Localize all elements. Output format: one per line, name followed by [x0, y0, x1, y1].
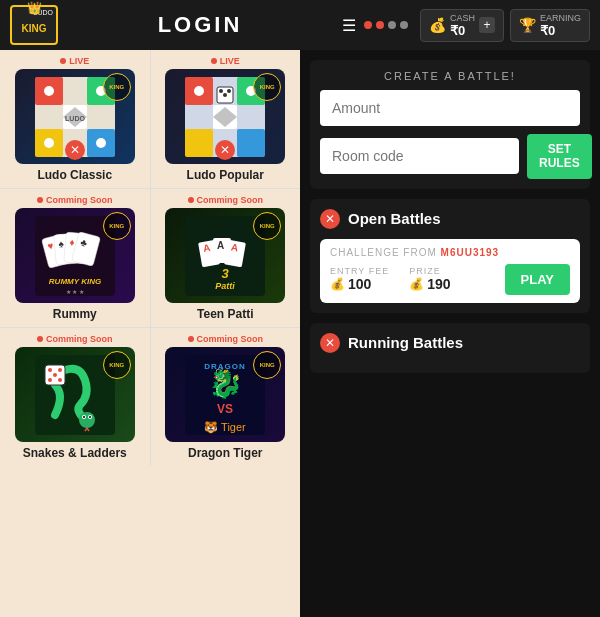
- svg-text:RUMMY KING: RUMMY KING: [49, 277, 101, 286]
- dot1: [364, 21, 372, 29]
- coming-dot-tp: [188, 197, 194, 203]
- game-card-teen-patti[interactable]: Comming Soon KING A A A: [151, 189, 301, 327]
- svg-rect-15: [185, 129, 213, 157]
- live-dot-2: [211, 58, 217, 64]
- svg-point-55: [48, 378, 52, 382]
- svg-point-54: [53, 373, 57, 377]
- svg-text:A: A: [217, 240, 224, 251]
- wallet-icon: 💰: [429, 17, 446, 33]
- game-card-ludo-classic[interactable]: LIVE KING: [0, 50, 150, 188]
- king-logo-snakes: KING: [103, 351, 131, 379]
- svg-text:3: 3: [222, 266, 230, 281]
- header-right: ☰ 💰 CASH ₹0 + 🏆 EARNING ₹0: [342, 9, 590, 42]
- game-card-rummy[interactable]: Comming Soon KING ♥ ♠: [0, 189, 150, 327]
- room-code-input[interactable]: [320, 138, 519, 174]
- game-card-ludo-popular[interactable]: LIVE KING: [151, 50, 301, 188]
- svg-point-7: [43, 85, 55, 97]
- earning-info: EARNING ₹0: [540, 13, 581, 38]
- dot2: [376, 21, 384, 29]
- svg-text:♦: ♦: [69, 236, 75, 247]
- open-battles-title: Open Battles: [348, 210, 441, 227]
- earning-label: EARNING: [540, 13, 581, 23]
- teen-patti-image: KING A A A 3 Patti: [165, 208, 285, 303]
- battle-from: CHALLENGE FROM M6UU3193: [330, 247, 570, 258]
- money-icon-2: 💰: [409, 277, 424, 291]
- rummy-status: Comming Soon: [37, 195, 113, 205]
- svg-text:🐯 Tiger: 🐯 Tiger: [204, 420, 246, 434]
- crown-icon: 👑: [27, 1, 42, 15]
- entry-fee-item: ENTRY FEE 💰 100: [330, 266, 389, 292]
- prize-value: 💰 190: [409, 276, 450, 292]
- teen-patti-status: Comming Soon: [188, 195, 264, 205]
- entry-fee-value: 💰 100: [330, 276, 389, 292]
- svg-point-9: [43, 137, 55, 149]
- battle-card: CHALLENGE FROM M6UU3193 ENTRY FEE 💰 100: [320, 239, 580, 303]
- game-row-2: Comming Soon KING ♥ ♠: [0, 189, 300, 327]
- running-battles-section: ✕ Running Battles: [310, 323, 590, 373]
- logo-area: LUDO KING 👑: [10, 5, 58, 45]
- live-dot: [60, 58, 66, 64]
- coming-dot-snakes: [37, 336, 43, 342]
- menu-icon[interactable]: ☰: [342, 16, 356, 35]
- play-button[interactable]: PLAY: [505, 264, 570, 295]
- running-battles-icon: ✕: [320, 333, 340, 353]
- cash-wallet: 💰 CASH ₹0 +: [420, 9, 504, 42]
- svg-text:🐉: 🐉: [208, 367, 243, 400]
- svg-text:LUDO: LUDO: [65, 115, 85, 122]
- svg-point-10: [95, 137, 107, 149]
- right-panel: CREATE A BATTLE! SETRULES i ✕ Open Battl…: [300, 50, 600, 617]
- game-row-3: Comming Soon KING: [0, 328, 300, 466]
- snakes-title: Snakes & Ladders: [23, 446, 127, 460]
- game-row-1: LIVE KING: [0, 50, 300, 188]
- amount-input[interactable]: [320, 90, 580, 126]
- entry-fee-label: ENTRY FEE: [330, 266, 389, 276]
- svg-point-56: [58, 378, 62, 382]
- ludo-classic-close[interactable]: ✕: [65, 140, 85, 160]
- dot4: [400, 21, 408, 29]
- svg-point-50: [89, 416, 91, 418]
- svg-point-49: [83, 416, 85, 418]
- ludo-popular-close[interactable]: ✕: [215, 140, 235, 160]
- cash-label: CASH: [450, 13, 475, 23]
- left-panel: LIVE KING: [0, 50, 300, 617]
- create-battle-title: CREATE A BATTLE!: [320, 70, 580, 82]
- svg-rect-16: [237, 129, 265, 157]
- teen-patti-title: Teen Patti: [197, 307, 253, 321]
- set-rules-button[interactable]: SETRULES: [527, 134, 592, 179]
- king-logo-tp: KING: [253, 212, 281, 240]
- battle-fees: ENTRY FEE 💰 100 PRIZE 💰 190: [330, 266, 451, 292]
- header-title: LOGIN: [58, 12, 342, 38]
- svg-point-46: [79, 412, 95, 428]
- king-logo-popular: KING: [253, 73, 281, 101]
- prize-label: PRIZE: [409, 266, 450, 276]
- ludo-popular-status: LIVE: [211, 56, 240, 66]
- svg-point-19: [193, 85, 205, 97]
- room-code-row: SETRULES i: [320, 134, 580, 179]
- game-card-dragon-tiger[interactable]: Comming Soon KING 🐉 VS 🐯 Tiger: [151, 328, 301, 466]
- king-logo-rummy: KING: [103, 212, 131, 240]
- dot3: [388, 21, 396, 29]
- open-battles-section: ✕ Open Battles CHALLENGE FROM M6UU3193 E…: [310, 199, 590, 313]
- money-icon-1: 💰: [330, 277, 345, 291]
- svg-point-22: [219, 89, 223, 93]
- dragon-status: Comming Soon: [188, 334, 264, 344]
- cash-amount: ₹0: [450, 23, 475, 38]
- svg-point-23: [227, 89, 231, 93]
- main-content: LIVE KING: [0, 50, 600, 617]
- coming-dot-rummy: [37, 197, 43, 203]
- coming-dot-dragon: [188, 336, 194, 342]
- logo-king-text: KING: [22, 23, 47, 34]
- svg-point-24: [223, 93, 227, 97]
- ludo-classic-title: Ludo Classic: [37, 168, 112, 182]
- game-card-snakes[interactable]: Comming Soon KING: [0, 328, 150, 466]
- add-cash-button[interactable]: +: [479, 17, 495, 33]
- svg-point-52: [48, 368, 52, 372]
- svg-text:★ ★ ★: ★ ★ ★: [66, 289, 84, 295]
- dragon-tiger-title: Dragon Tiger: [188, 446, 262, 460]
- prize-item: PRIZE 💰 190: [409, 266, 450, 292]
- svg-text:Patti: Patti: [215, 281, 235, 291]
- king-logo-classic: KING: [103, 73, 131, 101]
- ludo-classic-status: LIVE: [60, 56, 89, 66]
- running-battles-header: ✕ Running Battles: [320, 333, 580, 353]
- logo-box: LUDO KING 👑: [10, 5, 58, 45]
